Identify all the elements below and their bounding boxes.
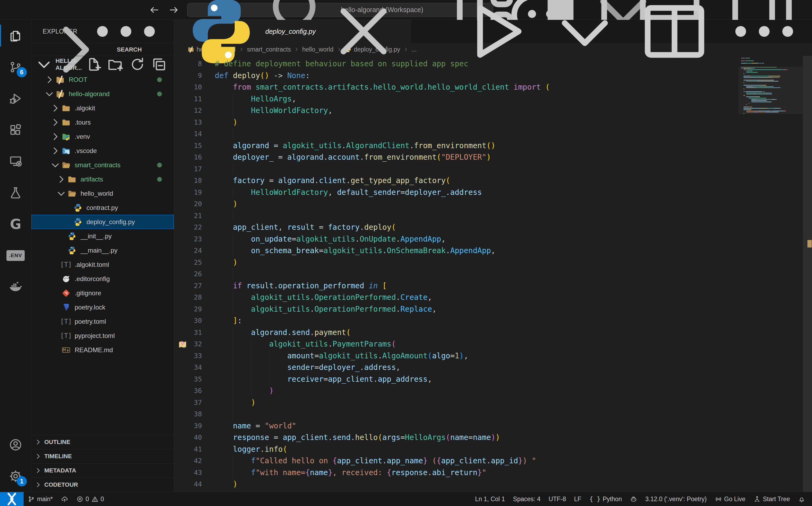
tree-item--algokit-toml[interactable]: [T].algokit.toml xyxy=(31,257,174,272)
collapse-folders-button[interactable] xyxy=(151,56,168,73)
code-line-19[interactable]: 19 HelloWorldFactory, default_sender=dep… xyxy=(174,186,803,198)
code-line-8[interactable]: 8# define deployment behaviour based on … xyxy=(174,58,803,70)
tree-item-hello-world[interactable]: hello_world xyxy=(31,186,174,200)
tree-item-deploy-config-py[interactable]: deploy_config.py xyxy=(31,215,174,229)
code-line-18[interactable]: 18 factory = algorand.client.get_typed_a… xyxy=(174,175,803,186)
status-python-interpreter[interactable]: 3.12.0 ('.venv': Poetry) xyxy=(641,492,711,506)
workspace-header[interactable]: HELLO-ALGOR... xyxy=(31,56,174,73)
status-branch[interactable]: main* xyxy=(24,492,57,506)
status-eol[interactable]: LF xyxy=(570,492,585,506)
code-line-14[interactable]: 14 xyxy=(174,128,803,140)
activity-item-explorer[interactable] xyxy=(0,20,31,51)
tree-item--tours[interactable]: .tours xyxy=(31,115,174,130)
code-line-23[interactable]: 23 on_update=algokit_utils.OnUpdate.Appe… xyxy=(174,233,803,245)
activity-item-dotenv[interactable]: .ENV xyxy=(0,240,31,271)
status-notifications[interactable] xyxy=(794,492,809,506)
code-line-33[interactable]: 33 amount=algokit_utils.AlgoAmount(algo=… xyxy=(174,350,803,362)
activity-item-run-debug[interactable] xyxy=(0,83,31,114)
minimap[interactable] xyxy=(738,58,803,114)
code-line-27[interactable]: 27 if result.operation_performed in [ xyxy=(174,280,803,292)
activity-item-docker[interactable] xyxy=(0,271,31,303)
section-timeline[interactable]: TIMELINE xyxy=(31,449,174,463)
code-line-21[interactable]: 21 xyxy=(174,210,803,222)
breadcrumb-item--[interactable]: ... xyxy=(411,46,416,53)
code-line-44[interactable]: 44 ) xyxy=(174,478,803,490)
code-line-37[interactable]: 37 ) xyxy=(174,397,803,409)
status-indentation[interactable]: Spaces: 4 xyxy=(509,492,545,506)
code-line-17[interactable]: 17 xyxy=(174,163,803,175)
tree-item--main-py[interactable]: __main__.py xyxy=(31,243,174,257)
code-line-42[interactable]: 42 f"Called hello on {app_client.app_nam… xyxy=(174,455,803,467)
new-folder-button[interactable] xyxy=(107,56,124,73)
tree-item-artifacts[interactable]: artifacts xyxy=(31,172,174,186)
code-line-24[interactable]: 24 on_schema_break=algokit_utils.OnSchem… xyxy=(174,245,803,257)
code-line-43[interactable]: 43 f"with name={name}, received: {respon… xyxy=(174,467,803,479)
code-line-11[interactable]: 11 HelloArgs, xyxy=(174,93,803,105)
status-cursor-position[interactable]: Ln 1, Col 1 xyxy=(471,492,509,506)
code-line-36[interactable]: 36 ) xyxy=(174,385,803,397)
code-line-22[interactable]: 22 app_client, result = factory.deploy( xyxy=(174,222,803,233)
code-line-41[interactable]: 41 logger.info( xyxy=(174,443,803,455)
code-line-31[interactable]: 31 algorand.send.payment( xyxy=(174,327,803,338)
status-language[interactable]: { }Python xyxy=(585,492,626,506)
code-line-10[interactable]: 10 from smart_contracts.artifacts.hello_… xyxy=(174,81,803,93)
activity-item-settings[interactable]: 1 xyxy=(0,460,31,492)
code-line-30[interactable]: 30 ]: xyxy=(174,315,803,327)
code-line-38[interactable]: 38 xyxy=(174,408,803,420)
code-line-40[interactable]: 40 response = app_client.send.hello(args… xyxy=(174,432,803,443)
back-button[interactable] xyxy=(149,4,160,16)
code-line-29[interactable]: 29 algokit_utils.OperationPerformed.Repl… xyxy=(174,303,803,315)
status-publish[interactable] xyxy=(57,492,72,506)
forward-button[interactable] xyxy=(168,4,180,16)
map-icon[interactable] xyxy=(178,340,187,349)
activity-item-source-control[interactable]: 6 xyxy=(0,51,31,83)
tree-item--editorconfig[interactable]: .editorconfig xyxy=(31,272,174,286)
section-codetour[interactable]: CODETOUR xyxy=(31,478,174,492)
activity-item-gitlens[interactable]: G xyxy=(0,208,31,240)
code-line-28[interactable]: 28 algokit_utils.OperationPerformed.Crea… xyxy=(174,291,803,303)
tree-item--gitignore[interactable]: .gitignore xyxy=(31,286,174,300)
tab-deploy-config[interactable]: deploy_config.py xyxy=(174,20,411,43)
indent-guide xyxy=(269,373,269,385)
tree-item-poetry-toml[interactable]: [T]poetry.toml xyxy=(31,314,174,329)
tree-item--vscode[interactable]: .vscode xyxy=(31,144,174,158)
section-outline[interactable]: OUTLINE xyxy=(31,435,174,449)
code-line-34[interactable]: 34 sender=deployer_.address, xyxy=(174,361,803,373)
status-copilot-status[interactable] xyxy=(626,492,641,506)
code-line-39[interactable]: 39 name = "world" xyxy=(174,420,803,432)
tree-item-hello-algorand[interactable]: hello-algorand xyxy=(31,87,174,101)
tree-item-root[interactable]: ROOT xyxy=(31,73,174,87)
tree-item-contract-py[interactable]: contract.py xyxy=(31,200,174,215)
tree-item-readme-md[interactable]: README.md xyxy=(31,343,174,357)
code-line-32[interactable]: 32 algokit_utils.PaymentParams( xyxy=(174,338,803,350)
tree-item--venv[interactable]: .venv xyxy=(31,130,174,144)
refresh-explorer-button[interactable] xyxy=(129,56,146,73)
code-line-26[interactable]: 26 xyxy=(174,268,803,280)
code-line-25[interactable]: 25 ) xyxy=(174,257,803,268)
tree-item-pyproject-toml[interactable]: [T]pyproject.toml xyxy=(31,329,174,343)
status-problems[interactable]: 00 xyxy=(72,492,108,506)
status-go-live[interactable]: Go Live xyxy=(711,492,749,506)
new-file-button[interactable] xyxy=(85,56,102,73)
scrollbar[interactable] xyxy=(803,56,812,492)
activity-item-remote-explorer[interactable] xyxy=(0,146,31,177)
tree-item-smart-contracts[interactable]: smart_contracts xyxy=(31,158,174,172)
activity-item-accounts[interactable] xyxy=(0,429,31,460)
tree-item--algokit[interactable]: .algokit xyxy=(31,101,174,115)
code-line-9[interactable]: 9def deploy() -> None: xyxy=(174,70,803,82)
activity-item-testing[interactable] xyxy=(0,177,31,208)
code-line-35[interactable]: 35 receiver=app_client.app_address, xyxy=(174,373,803,385)
activity-item-extensions[interactable] xyxy=(0,114,31,146)
code-line-20[interactable]: 20 ) xyxy=(174,198,803,210)
remote-indicator[interactable] xyxy=(0,492,24,506)
status-start-tree[interactable]: Start Tree xyxy=(749,492,794,506)
section-metadata[interactable]: METADATA xyxy=(31,463,174,478)
minimap-slider[interactable] xyxy=(738,67,803,114)
code-line-12[interactable]: 12 HelloWorldFactory, xyxy=(174,105,803,116)
code-line-13[interactable]: 13 ) xyxy=(174,116,803,128)
code-line-15[interactable]: 15 algorand = algokit_utils.AlgorandClie… xyxy=(174,140,803,152)
status-encoding[interactable]: UTF-8 xyxy=(545,492,570,506)
code-line-16[interactable]: 16 deployer_ = algorand.account.from_env… xyxy=(174,151,803,163)
tree-item--init-py[interactable]: __init__.py xyxy=(31,229,174,243)
tree-item-poetry-lock[interactable]: poetry.lock xyxy=(31,300,174,314)
